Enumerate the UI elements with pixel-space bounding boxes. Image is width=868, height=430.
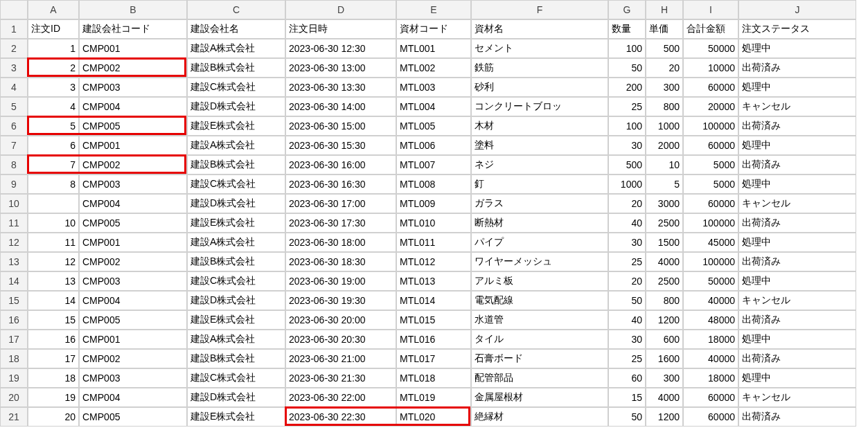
cell-G9[interactable]: 1000 bbox=[608, 174, 646, 194]
header-cell-E[interactable]: 資材コード bbox=[396, 19, 471, 39]
cell-F20[interactable]: 金属屋根材 bbox=[471, 388, 608, 407]
cell-J7[interactable]: 処理中 bbox=[738, 136, 856, 155]
spreadsheet-grid[interactable]: ABCDEFGHIJ1注文ID建設会社コード建設会社名注文日時資材コード資材名数… bbox=[0, 0, 868, 427]
cell-B12[interactable]: CMP001 bbox=[79, 233, 187, 252]
cell-F3[interactable]: 鉄筋 bbox=[471, 58, 608, 78]
cell-D5[interactable]: 2023-06-30 14:00 bbox=[285, 97, 396, 116]
cell-H17[interactable]: 600 bbox=[646, 330, 683, 349]
cell-I3[interactable]: 10000 bbox=[683, 58, 738, 78]
cell-C5[interactable]: 建設D株式会社 bbox=[187, 97, 285, 116]
cell-F18[interactable]: 石膏ボード bbox=[471, 349, 608, 368]
cell-H3[interactable]: 20 bbox=[646, 58, 683, 78]
row-header-13[interactable]: 13 bbox=[0, 252, 28, 271]
cell-B19[interactable]: CMP003 bbox=[79, 368, 187, 388]
cell-A12[interactable]: 11 bbox=[28, 233, 79, 252]
cell-B10[interactable]: CMP004 bbox=[79, 194, 187, 213]
cell-H6[interactable]: 1000 bbox=[646, 116, 683, 136]
cell-A21[interactable]: 20 bbox=[28, 407, 79, 427]
cell-E16[interactable]: MTL015 bbox=[396, 310, 471, 330]
cell-F19[interactable]: 配管部品 bbox=[471, 368, 608, 388]
cell-H5[interactable]: 800 bbox=[646, 97, 683, 116]
cell-E21[interactable]: MTL020 bbox=[396, 407, 471, 427]
cell-D7[interactable]: 2023-06-30 15:30 bbox=[285, 136, 396, 155]
cell-B8[interactable]: CMP002 bbox=[79, 155, 187, 174]
cell-F8[interactable]: ネジ bbox=[471, 155, 608, 174]
col-header-B[interactable]: B bbox=[79, 0, 187, 19]
cell-J12[interactable]: 処理中 bbox=[738, 233, 856, 252]
cell-D9[interactable]: 2023-06-30 16:30 bbox=[285, 174, 396, 194]
cell-J14[interactable]: 処理中 bbox=[738, 271, 856, 291]
col-header-G[interactable]: G bbox=[608, 0, 646, 19]
cell-I19[interactable]: 18000 bbox=[683, 368, 738, 388]
cell-H4[interactable]: 300 bbox=[646, 78, 683, 97]
cell-D2[interactable]: 2023-06-30 12:30 bbox=[285, 39, 396, 58]
cell-C11[interactable]: 建設E株式会社 bbox=[187, 213, 285, 233]
cell-E13[interactable]: MTL012 bbox=[396, 252, 471, 271]
cell-E4[interactable]: MTL003 bbox=[396, 78, 471, 97]
cell-A8[interactable]: 7 bbox=[28, 155, 79, 174]
cell-E12[interactable]: MTL011 bbox=[396, 233, 471, 252]
row-header-6[interactable]: 6 bbox=[0, 116, 28, 136]
cell-H13[interactable]: 4000 bbox=[646, 252, 683, 271]
cell-F6[interactable]: 木材 bbox=[471, 116, 608, 136]
cell-D3[interactable]: 2023-06-30 13:00 bbox=[285, 58, 396, 78]
cell-I12[interactable]: 45000 bbox=[683, 233, 738, 252]
cell-I16[interactable]: 48000 bbox=[683, 310, 738, 330]
row-header-5[interactable]: 5 bbox=[0, 97, 28, 116]
row-header-8[interactable]: 8 bbox=[0, 155, 28, 174]
col-header-F[interactable]: F bbox=[471, 0, 608, 19]
cell-I10[interactable]: 60000 bbox=[683, 194, 738, 213]
cell-E9[interactable]: MTL008 bbox=[396, 174, 471, 194]
cell-J21[interactable]: 出荷済み bbox=[738, 407, 856, 427]
cell-G12[interactable]: 30 bbox=[608, 233, 646, 252]
cell-C15[interactable]: 建設D株式会社 bbox=[187, 291, 285, 310]
cell-G5[interactable]: 25 bbox=[608, 97, 646, 116]
cell-B17[interactable]: CMP001 bbox=[79, 330, 187, 349]
cell-H7[interactable]: 2000 bbox=[646, 136, 683, 155]
cell-G2[interactable]: 100 bbox=[608, 39, 646, 58]
cell-I5[interactable]: 20000 bbox=[683, 97, 738, 116]
cell-E6[interactable]: MTL005 bbox=[396, 116, 471, 136]
cell-C20[interactable]: 建設D株式会社 bbox=[187, 388, 285, 407]
cell-F7[interactable]: 塗料 bbox=[471, 136, 608, 155]
cell-J9[interactable]: 処理中 bbox=[738, 174, 856, 194]
cell-D20[interactable]: 2023-06-30 22:00 bbox=[285, 388, 396, 407]
cell-I4[interactable]: 60000 bbox=[683, 78, 738, 97]
cell-A2[interactable]: 1 bbox=[28, 39, 79, 58]
cell-E15[interactable]: MTL014 bbox=[396, 291, 471, 310]
cell-F17[interactable]: タイル bbox=[471, 330, 608, 349]
cell-A11[interactable]: 10 bbox=[28, 213, 79, 233]
cell-A3[interactable]: 2 bbox=[28, 58, 79, 78]
cell-G3[interactable]: 50 bbox=[608, 58, 646, 78]
cell-B9[interactable]: CMP003 bbox=[79, 174, 187, 194]
cell-I17[interactable]: 18000 bbox=[683, 330, 738, 349]
cell-F16[interactable]: 水道管 bbox=[471, 310, 608, 330]
cell-C21[interactable]: 建設E株式会社 bbox=[187, 407, 285, 427]
cell-H14[interactable]: 2500 bbox=[646, 271, 683, 291]
cell-G6[interactable]: 100 bbox=[608, 116, 646, 136]
cell-A14[interactable]: 13 bbox=[28, 271, 79, 291]
col-header-A[interactable]: A bbox=[28, 0, 79, 19]
cell-D14[interactable]: 2023-06-30 19:00 bbox=[285, 271, 396, 291]
cell-C8[interactable]: 建設B株式会社 bbox=[187, 155, 285, 174]
cell-E10[interactable]: MTL009 bbox=[396, 194, 471, 213]
cell-I11[interactable]: 100000 bbox=[683, 213, 738, 233]
cell-G19[interactable]: 60 bbox=[608, 368, 646, 388]
cell-D11[interactable]: 2023-06-30 17:30 bbox=[285, 213, 396, 233]
cell-E7[interactable]: MTL006 bbox=[396, 136, 471, 155]
cell-D15[interactable]: 2023-06-30 19:30 bbox=[285, 291, 396, 310]
cell-G8[interactable]: 500 bbox=[608, 155, 646, 174]
header-cell-J[interactable]: 注文ステータス bbox=[738, 19, 856, 39]
cell-C2[interactable]: 建設A株式会社 bbox=[187, 39, 285, 58]
cell-G21[interactable]: 50 bbox=[608, 407, 646, 427]
cell-J20[interactable]: キャンセル bbox=[738, 388, 856, 407]
cell-I20[interactable]: 60000 bbox=[683, 388, 738, 407]
cell-J10[interactable]: キャンセル bbox=[738, 194, 856, 213]
header-cell-A[interactable]: 注文ID bbox=[28, 19, 79, 39]
cell-H9[interactable]: 5 bbox=[646, 174, 683, 194]
cell-D17[interactable]: 2023-06-30 20:30 bbox=[285, 330, 396, 349]
cell-D8[interactable]: 2023-06-30 16:00 bbox=[285, 155, 396, 174]
cell-H16[interactable]: 1200 bbox=[646, 310, 683, 330]
cell-G13[interactable]: 25 bbox=[608, 252, 646, 271]
cell-F4[interactable]: 砂利 bbox=[471, 78, 608, 97]
